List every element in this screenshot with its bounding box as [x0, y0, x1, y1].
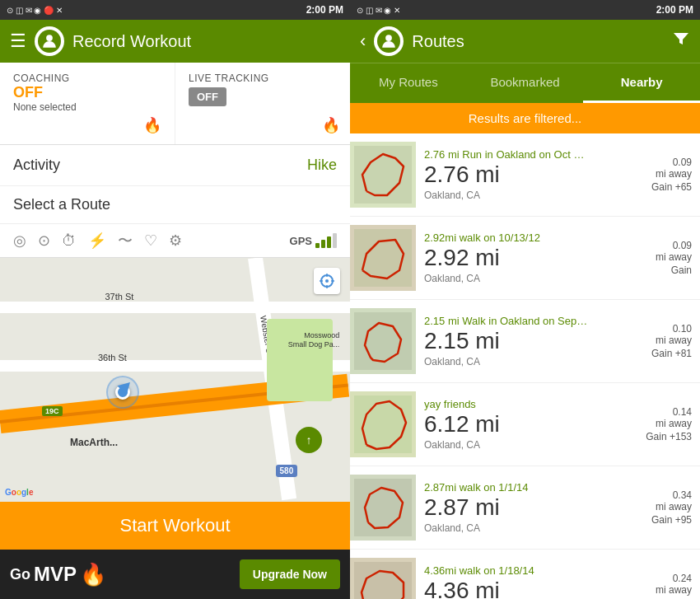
route-gain: Gain +153	[646, 431, 692, 442]
route-away-unit: mi away	[656, 168, 692, 180]
right-panel: ⊙ ◫ ✉ ◉ ✕ 2:00 PM ‹ Routes My Routes Boo…	[350, 0, 700, 599]
route-location: Oakland, CA	[424, 439, 634, 451]
route-item[interactable]: 2.92mi walk on 10/13/12 2.92 mi Oakland,…	[350, 217, 700, 300]
route-icon[interactable]: 〜	[118, 231, 133, 250]
route-gain: Gain +81	[651, 348, 692, 359]
route-stats: 0.09 mi away Gain +65	[634, 142, 692, 208]
highway-shield-580: 580	[276, 465, 298, 477]
left-status-icons: ⊙ ◫ ✉ ◉ 🔴 ✕	[7, 6, 63, 15]
lightning-icon[interactable]: ⚡	[88, 232, 106, 250]
route-map-thumbnail	[350, 558, 416, 599]
route-map-thumbnail	[350, 475, 416, 541]
ad-bar: Go MVP 🔥 Upgrade Now	[0, 550, 350, 599]
svg-point-9	[385, 35, 392, 41]
route-info: yay friends 6.12 mi Oakland, CA	[424, 391, 634, 457]
settings-icon[interactable]: ⚙	[169, 232, 182, 250]
left-status-bar: ⊙ ◫ ✉ ◉ 🔴 ✕ 2:00 PM	[0, 0, 350, 20]
route-info: 2.76 mi Run in Oakland on Oct 11,... 2.7…	[424, 142, 634, 208]
gps-bar-2	[321, 240, 325, 248]
road-label-37th: 37th St	[105, 292, 134, 302]
header-avatar	[35, 26, 64, 56]
gps-bar-1	[315, 243, 320, 248]
coaching-block[interactable]: COACHING OFF None selected 🔥	[0, 63, 175, 144]
route-title: 2.76 mi Run in Oakland on Oct 11,...	[424, 148, 589, 161]
left-status-time: 2:00 PM	[306, 4, 343, 16]
tab-nearby[interactable]: Nearby	[583, 63, 700, 103]
route-title: yay friends	[424, 398, 589, 410]
route-info: 2.87mi walk on 1/1/14 2.87 mi Oakland, C…	[424, 475, 634, 541]
gps-bar-4	[333, 233, 337, 248]
route-navigate-button[interactable]: ↑	[296, 427, 322, 453]
tracking-label: LIVE TRACKING	[189, 73, 337, 84]
road-37th	[0, 302, 350, 313]
park-label: MosswoodSmall Dog Pa...	[288, 331, 340, 350]
mvp-text: MVP	[34, 563, 77, 586]
tab-my-routes[interactable]: My Routes	[350, 63, 467, 103]
route-away-distance: 0.34	[673, 489, 692, 501]
left-header-title: Record Workout	[72, 32, 191, 51]
coaching-section: COACHING OFF None selected 🔥 LIVE TRACKI…	[0, 63, 350, 145]
map-background: 37th St 36th St Webster St MacArth... 58…	[0, 258, 350, 502]
map-container[interactable]: 37th St 36th St Webster St MacArth... 58…	[0, 258, 350, 502]
route-away-distance: 0.09	[673, 240, 692, 251]
route-title: 2.15 mi Walk in Oakland on Sep 14...	[424, 315, 589, 327]
route-stats: 0.10 mi away Gain +81	[634, 308, 692, 374]
activity-label: Activity	[13, 157, 60, 174]
route-away-distance: 0.09	[673, 157, 692, 168]
route-item[interactable]: 4.36mi walk on 1/18/14 4.36 mi Oakland, …	[350, 550, 700, 599]
start-workout-button[interactable]: Start Workout	[0, 502, 350, 550]
route-away-unit: mi away	[656, 418, 692, 429]
route-item[interactable]: 2.15 mi Walk in Oakland on Sep 14... 2.1…	[350, 300, 700, 383]
route-item[interactable]: 2.87mi walk on 1/1/14 2.87 mi Oakland, C…	[350, 466, 700, 550]
route-stats: 0.34 mi away Gain +95	[634, 475, 692, 541]
gps-indicator: GPS	[290, 233, 337, 248]
target-icon[interactable]: ⊙	[38, 232, 50, 250]
tab-bookmarked[interactable]: Bookmarked	[467, 63, 584, 103]
filter-banner[interactable]: Results are filtered...	[350, 103, 700, 133]
route-stats: 0.14 mi away Gain +153	[634, 391, 692, 457]
route-map-thumbnail	[350, 308, 416, 374]
toolbar-row: ◎ ⊙ ⏱ ⚡ 〜 ♡ ⚙ GPS	[0, 224, 350, 258]
tracking-block[interactable]: LIVE TRACKING OFF 🔥	[175, 63, 350, 144]
route-item[interactable]: yay friends 6.12 mi Oakland, CA 0.14 mi …	[350, 383, 700, 466]
right-header-avatar	[374, 26, 404, 56]
gps-bar-3	[327, 236, 331, 248]
route-distance: 2.87 mi	[424, 495, 634, 521]
route-map-thumbnail	[350, 225, 416, 291]
route-gain: Gain	[671, 264, 692, 276]
go-mvp-logo: Go MVP 🔥	[10, 562, 106, 587]
route-away-unit: mi away	[656, 335, 692, 346]
road-label-36th: 36th St	[98, 353, 127, 363]
filter-icon[interactable]	[672, 30, 690, 53]
notification-icons: ⊙ ◫ ✉ ◉ 🔴 ✕	[7, 6, 63, 15]
back-button[interactable]: ‹	[360, 30, 366, 52]
clock-icon[interactable]: ⏱	[62, 232, 77, 250]
right-app-header: ‹ Routes	[350, 20, 700, 63]
left-app-header: ☰ Record Workout	[0, 20, 350, 63]
tracking-flame-icon: 🔥	[322, 116, 340, 134]
sign-19c: 19C	[42, 406, 63, 416]
tracking-toggle[interactable]: OFF	[189, 87, 226, 106]
route-away-distance: 0.10	[673, 323, 692, 335]
route-title: 2.92mi walk on 10/13/12	[424, 232, 589, 244]
coaching-value: OFF	[13, 84, 161, 101]
upgrade-button[interactable]: Upgrade Now	[240, 559, 340, 589]
route-item[interactable]: 2.76 mi Run in Oakland on Oct 11,... 2.7…	[350, 133, 700, 217]
left-panel: ⊙ ◫ ✉ ◉ 🔴 ✕ 2:00 PM ☰ Record Workout COA…	[0, 0, 350, 599]
right-header-title: Routes	[412, 32, 664, 51]
route-info: 2.92mi walk on 10/13/12 2.92 mi Oakland,…	[424, 225, 634, 291]
route-distance: 2.76 mi	[424, 162, 634, 188]
activity-row[interactable]: Activity Hike	[0, 145, 350, 186]
activity-value: Hike	[307, 157, 337, 174]
svg-point-1	[46, 35, 53, 41]
location-marker	[123, 392, 130, 400]
route-title: 4.36mi walk on 1/18/14	[424, 564, 589, 577]
route-location: Oakland, CA	[424, 522, 634, 534]
route-distance: 2.15 mi	[424, 329, 634, 354]
gps-target-button[interactable]	[314, 268, 340, 294]
right-status-bar: ⊙ ◫ ✉ ◉ ✕ 2:00 PM	[350, 0, 700, 20]
heart-icon[interactable]: ♡	[144, 232, 157, 250]
location-icon[interactable]: ◎	[13, 232, 26, 250]
menu-icon[interactable]: ☰	[10, 30, 26, 52]
route-location: Oakland, CA	[424, 273, 634, 284]
